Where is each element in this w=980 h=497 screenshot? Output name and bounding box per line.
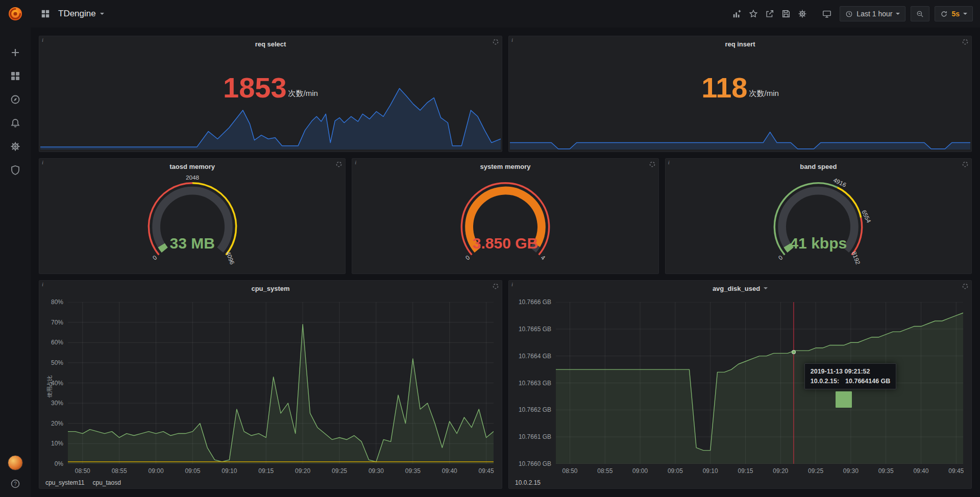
system-memory-gauge[interactable]: 04 3.850 GB xyxy=(440,173,571,274)
y-axis-tick: 70% xyxy=(51,319,63,326)
dashboards-icon[interactable] xyxy=(10,71,20,81)
legend-label: cpu_taosd xyxy=(92,479,120,486)
panel-title-band-speed[interactable]: band speed xyxy=(666,159,971,174)
panel-title-text: req insert xyxy=(725,40,755,48)
svg-text:8192: 8192 xyxy=(850,251,862,265)
legend-item-cpu-taosd[interactable]: cpu_taosd xyxy=(92,479,120,486)
svg-text:0: 0 xyxy=(777,254,785,261)
panel-title-taosd-memory[interactable]: taosd memory xyxy=(39,159,345,174)
panel-title-text: avg_disk_used xyxy=(713,285,760,292)
gauge-value: 41 kbps xyxy=(753,236,884,251)
x-axis-tick: 09:45 xyxy=(479,467,494,475)
svg-text:4096: 4096 xyxy=(225,251,236,266)
tooltip-series-row: 10.0.2.15: 10.7664146 GB xyxy=(811,378,891,385)
refresh-icon xyxy=(940,10,948,18)
band-speed-gauge[interactable]: 0491665548192 41 kbps xyxy=(753,173,884,274)
req-select-sparkline[interactable] xyxy=(40,86,501,150)
gauge-body: 204804096 33 MB xyxy=(39,174,345,274)
y-axis-tick: 10.7664 GB xyxy=(519,353,551,360)
tv-cycle-view-icon[interactable] xyxy=(819,6,835,21)
help-icon[interactable]: ? xyxy=(10,479,20,489)
cpu-system-plot[interactable]: 0%10%20%30%40%50%60%70%80%08:5008:5509:0… xyxy=(68,302,494,464)
panel-avg-disk-used: i avg_disk_used 2019-11-13 09:21:52 10.0… xyxy=(508,280,972,489)
tooltip-series-value: 10.7664146 GB xyxy=(845,378,890,385)
chevron-down-icon xyxy=(963,13,967,15)
req-insert-sparkline[interactable] xyxy=(510,86,970,150)
user-avatar[interactable] xyxy=(8,455,23,470)
time-range-label: Last 1 hour xyxy=(856,10,892,18)
panel-title-system-memory[interactable]: system memory xyxy=(352,159,658,174)
x-axis-tick: 09:30 xyxy=(843,467,859,475)
grafana-logo[interactable] xyxy=(8,7,22,21)
singlestat-body: 118 次数/min xyxy=(509,52,971,152)
zoom-out-time-button[interactable] xyxy=(911,6,929,21)
y-axis-tick: 10% xyxy=(51,440,63,447)
taosd-memory-gauge[interactable]: 204804096 33 MB xyxy=(127,173,258,274)
sparkline-svg xyxy=(510,86,970,150)
timeseries-svg xyxy=(68,302,494,464)
save-icon[interactable] xyxy=(778,6,794,21)
sidebar: ? xyxy=(0,0,31,497)
panel-taosd-memory: i taosd memory 204804096 33 MB xyxy=(39,158,346,274)
dashboard-title-button[interactable]: TDengine xyxy=(58,9,104,19)
panel-menu-caret-icon[interactable] xyxy=(764,287,768,289)
x-axis-tick: 09:05 xyxy=(185,467,200,475)
legend-item-10-0-2-15[interactable]: 10.0.2.15 xyxy=(515,479,541,486)
x-axis-tick: 09:10 xyxy=(703,467,718,475)
y-axis-tick: 10.7666 GB xyxy=(519,299,551,306)
panel-info-icon[interactable]: i xyxy=(42,37,43,43)
refresh-picker[interactable]: 5s xyxy=(935,6,973,21)
singlestat-body: 1853 次数/min xyxy=(39,52,502,152)
panel-title-text: taosd memory xyxy=(169,163,215,170)
sparkline-svg xyxy=(40,86,501,150)
tooltip-series-name: 10.0.2.15: xyxy=(811,378,839,385)
x-axis-tick: 09:15 xyxy=(738,467,753,475)
x-axis-tick: 09:40 xyxy=(913,467,928,475)
legend-label: cpu_system11 xyxy=(45,479,84,486)
panel-info-icon[interactable]: i xyxy=(668,159,670,165)
create-plus-icon[interactable] xyxy=(10,47,20,58)
explore-compass-icon[interactable] xyxy=(10,94,20,105)
time-range-picker[interactable]: Last 1 hour xyxy=(840,6,905,21)
x-axis-tick: 09:25 xyxy=(808,467,823,475)
legend-label: 10.0.2.15 xyxy=(515,479,541,486)
panel-info-icon[interactable]: i xyxy=(42,281,43,287)
x-axis-tick: 09:25 xyxy=(332,467,347,475)
panel-loading-spinner-icon xyxy=(493,283,499,289)
refresh-interval-label: 5s xyxy=(951,10,960,18)
y-axis-tick: 50% xyxy=(51,359,63,366)
panel-loading-spinner-icon xyxy=(493,39,499,45)
dashboard-grid-icon[interactable] xyxy=(38,6,53,21)
x-axis-tick: 08:55 xyxy=(112,467,127,475)
gauge-value: 3.850 GB xyxy=(440,236,571,251)
panel-title-req-insert[interactable]: req insert xyxy=(509,36,971,52)
panel-title-avg-disk-used[interactable]: avg_disk_used xyxy=(509,281,971,296)
configuration-gear-icon[interactable] xyxy=(10,141,20,152)
panel-info-icon[interactable]: i xyxy=(42,159,43,165)
panel-loading-spinner-icon xyxy=(962,39,968,45)
dashboard-settings-gear-icon[interactable] xyxy=(795,6,810,21)
server-admin-shield-icon[interactable] xyxy=(10,165,20,175)
panel-title-req-select[interactable]: req select xyxy=(39,36,502,52)
share-icon[interactable] xyxy=(762,6,777,21)
star-icon[interactable] xyxy=(746,6,761,21)
x-axis-tick: 09:35 xyxy=(405,467,421,475)
y-axis-tick: 10.7660 GB xyxy=(519,460,551,467)
panel-loading-spinner-icon xyxy=(962,161,968,167)
graph-body: 使用占比 0%10%20%30%40%50%60%70%80%08:5008:5… xyxy=(39,296,502,488)
y-axis-tick: 80% xyxy=(51,299,63,306)
alerting-bell-icon[interactable] xyxy=(10,118,20,128)
gauge-value: 33 MB xyxy=(127,236,258,251)
add-panel-icon[interactable] xyxy=(729,6,745,21)
panel-info-icon[interactable]: i xyxy=(511,281,513,287)
panel-info-icon[interactable]: i xyxy=(511,37,513,43)
tooltip-time: 2019-11-13 09:21:52 xyxy=(811,368,891,375)
navbar: TDengine Last 1 hour xyxy=(31,0,980,28)
clock-icon xyxy=(845,10,853,18)
avg-disk-used-plot[interactable]: 2019-11-13 09:21:52 10.0.2.15: 10.766414… xyxy=(556,302,963,464)
panel-loading-spinner-icon xyxy=(962,283,968,289)
legend-item-cpu-system11[interactable]: cpu_system11 xyxy=(45,479,84,486)
panel-title-cpu-system[interactable]: cpu_system xyxy=(39,281,502,296)
y-axis-tick: 10.7665 GB xyxy=(519,326,551,333)
panel-info-icon[interactable]: i xyxy=(355,159,356,165)
